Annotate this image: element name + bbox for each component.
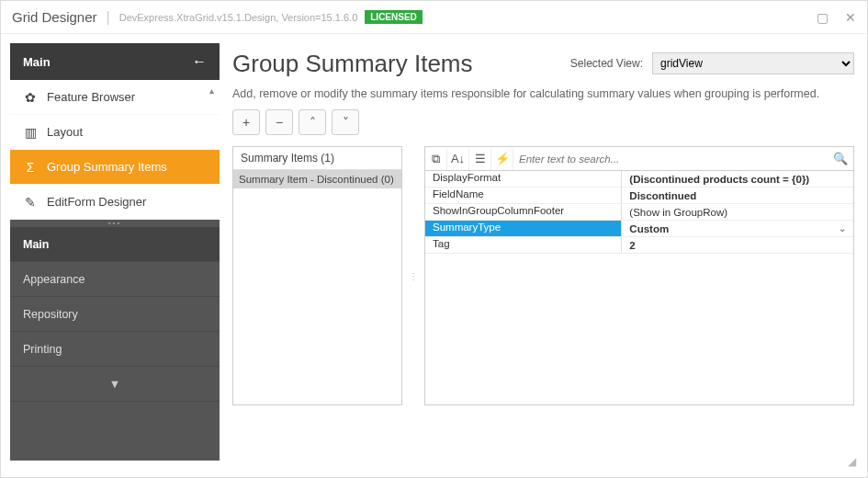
prop-row-summarytype[interactable]: SummaryType Custom⌄ <box>425 221 853 237</box>
titlebar: Grid Designer | DevExpress.XtraGrid.v15.… <box>1 1 867 34</box>
selected-view-dropdown[interactable]: gridView <box>652 52 854 74</box>
sidebar-item-label: Feature Browser <box>47 90 135 104</box>
splitter-vertical[interactable]: ⋮ <box>411 146 415 405</box>
chevron-down-icon: ˅ <box>343 115 349 130</box>
section-main[interactable]: Main <box>10 227 220 262</box>
sidebar-tree: ▴ ✿ Feature Browser ▥ Layout Σ Group Sum… <box>10 80 220 227</box>
main-panel: Group Summary Items Selected View: gridV… <box>232 43 858 461</box>
sidebar-header-label: Main <box>23 55 51 69</box>
sidebar-item-label: Group Summary Items <box>47 160 167 174</box>
selected-view-label: Selected View: <box>570 57 643 70</box>
properties-icon[interactable]: ☰ <box>469 148 491 170</box>
back-arrow-icon[interactable]: ← <box>192 53 207 70</box>
sidebar: Main ← ▴ ✿ Feature Browser ▥ Layout Σ Gr… <box>10 43 220 461</box>
property-search-input[interactable] <box>519 154 833 165</box>
section-repository[interactable]: Repository <box>10 297 220 332</box>
sidebar-item-editform[interactable]: ✎ EditForm Designer <box>10 185 220 220</box>
section-expand[interactable]: ▼ <box>10 367 220 402</box>
sidebar-item-label: EditForm Designer <box>47 195 146 209</box>
app-title: Grid Designer <box>12 9 97 25</box>
chevron-down-icon: ▼ <box>109 378 120 391</box>
summary-items-header: Summary Items (1) <box>233 147 401 170</box>
add-button[interactable]: + <box>232 109 260 135</box>
license-badge: LICENSED <box>365 10 423 24</box>
chevron-up-icon: ˄ <box>310 115 316 130</box>
maximize-icon[interactable]: ▢ <box>817 10 829 25</box>
sidebar-item-label: Layout <box>47 125 83 139</box>
sidebar-header: Main ← <box>10 43 220 80</box>
summary-items-panel: Summary Items (1) Summary Item - Discont… <box>232 146 402 405</box>
resize-grip-icon[interactable]: ◢ <box>848 455 856 468</box>
item-toolbar: + − ˄ ˅ <box>232 109 854 135</box>
app-subtitle: DevExpress.XtraGrid.v15.1.Design, Versio… <box>119 12 358 23</box>
dropdown-icon[interactable]: ⌄ <box>839 223 846 233</box>
sidebar-item-layout[interactable]: ▥ Layout <box>10 115 220 150</box>
sort-az-icon[interactable]: A↓ <box>447 148 469 170</box>
sidebar-item-group-summary[interactable]: Σ Group Summary Items <box>10 150 220 185</box>
sidebar-item-feature-browser[interactable]: ✿ Feature Browser <box>10 80 220 115</box>
property-grid-body: DisplayFormat (Discontinued products cou… <box>425 171 853 404</box>
prop-row-tag[interactable]: Tag 2 <box>425 237 853 254</box>
search-icon[interactable]: 🔍 <box>833 152 848 165</box>
minus-icon: − <box>276 115 283 130</box>
move-down-button[interactable]: ˅ <box>332 109 359 135</box>
sigma-icon: Σ <box>23 160 38 175</box>
close-icon[interactable]: ✕ <box>845 10 856 25</box>
sidebar-sections: Main Appearance Repository Printing ▼ <box>10 227 220 461</box>
section-printing[interactable]: Printing <box>10 332 220 367</box>
scroll-up-icon[interactable]: ▴ <box>209 85 214 96</box>
prop-row-displayformat[interactable]: DisplayFormat (Discontinued products cou… <box>425 171 853 188</box>
gear-icon: ✿ <box>23 90 38 105</box>
move-up-button[interactable]: ˄ <box>299 109 326 135</box>
property-grid: ⧉ A↓ ☰ ⚡ 🔍 DisplayFormat (Discontinued p… <box>424 146 854 405</box>
splitter-horizontal[interactable]: ••• <box>10 220 220 227</box>
events-icon[interactable]: ⚡ <box>491 148 513 170</box>
categorize-icon[interactable]: ⧉ <box>425 148 447 170</box>
summary-item[interactable]: Summary Item - Discontinued (0) <box>233 170 401 188</box>
page-description: Add, remove or modify the summary items … <box>232 87 854 100</box>
edit-icon: ✎ <box>23 195 38 210</box>
section-appearance[interactable]: Appearance <box>10 262 220 297</box>
layout-icon: ▥ <box>23 125 38 140</box>
remove-button[interactable]: − <box>265 109 293 135</box>
page-title: Group Summary Items <box>232 50 473 78</box>
plus-icon: + <box>242 115 250 130</box>
prop-row-showingroup[interactable]: ShowInGroupColumnFooter (Show in GroupRo… <box>425 204 853 221</box>
prop-row-fieldname[interactable]: FieldName Discontinued <box>425 188 853 204</box>
